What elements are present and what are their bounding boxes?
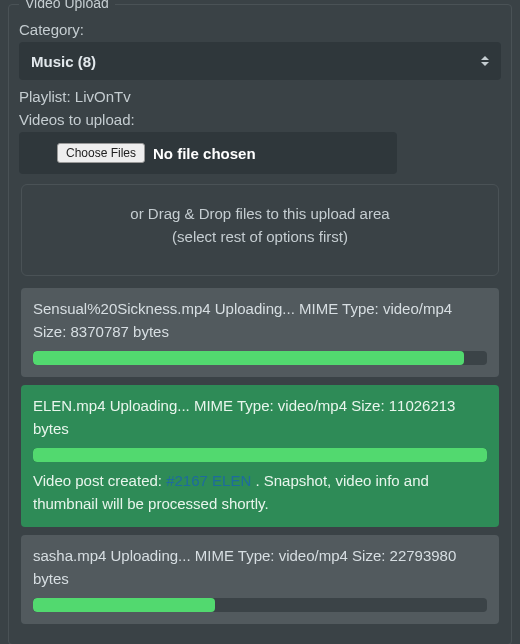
videos-to-upload-label: Videos to upload: [19, 111, 501, 128]
progress-fill [33, 598, 215, 612]
upload-item-text: Sensual%20Sickness.mp4 Uploading... MIME… [33, 298, 487, 343]
upload-item-text: ELEN.mp4 Uploading... MIME Type: video/m… [33, 395, 487, 440]
video-upload-panel: Video Upload Category: Music (8) Playlis… [8, 4, 512, 644]
playlist-line: Playlist: LivOnTv [19, 88, 501, 105]
progress-fill [33, 448, 487, 462]
progress-bar [33, 448, 487, 462]
file-input-status: No file chosen [153, 145, 256, 162]
panel-title: Video Upload [19, 0, 115, 11]
dropzone-line1: or Drag & Drop files to this upload area [30, 203, 490, 226]
progress-fill [33, 351, 464, 365]
progress-bar [33, 351, 487, 365]
progress-bar [33, 598, 487, 612]
post-created-message: Video post created: #2167 ELEN . Snapsho… [33, 470, 487, 515]
dropzone-line2: (select rest of options first) [30, 226, 490, 249]
post-link[interactable]: #2167 ELEN [166, 472, 251, 489]
dropzone[interactable]: or Drag & Drop files to this upload area… [21, 184, 499, 276]
upload-item: Sensual%20Sickness.mp4 Uploading... MIME… [21, 288, 499, 377]
chevron-updown-icon [479, 54, 491, 68]
upload-item-text: sasha.mp4 Uploading... MIME Type: video/… [33, 545, 487, 590]
playlist-label: Playlist: [19, 88, 71, 105]
upload-item: ELEN.mp4 Uploading... MIME Type: video/m… [21, 385, 499, 527]
category-select[interactable]: Music (8) [19, 42, 501, 80]
category-selected-value: Music (8) [31, 53, 96, 70]
upload-item: sasha.mp4 Uploading... MIME Type: video/… [21, 535, 499, 624]
file-input[interactable]: Choose Files No file chosen [19, 132, 397, 174]
category-label: Category: [19, 21, 501, 38]
choose-files-button[interactable]: Choose Files [57, 143, 145, 163]
playlist-value: LivOnTv [75, 88, 131, 105]
post-created-prefix: Video post created: [33, 472, 166, 489]
